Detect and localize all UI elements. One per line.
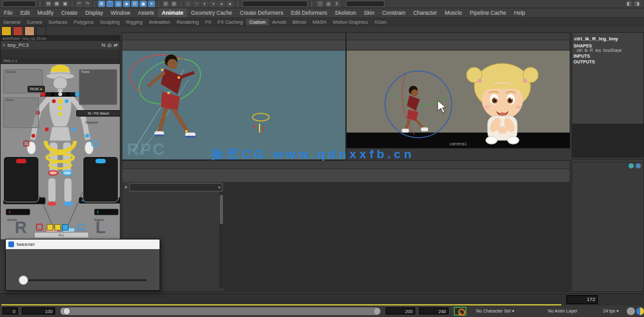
- shelf-grid-red-icon[interactable]: [13, 26, 23, 36]
- shelf-tab-rigging[interactable]: Rigging: [123, 19, 145, 26]
- make-live-icon[interactable]: ◉: [140, 1, 147, 7]
- anim-layer-dropdown[interactable]: No Anim Layer: [546, 307, 604, 315]
- shelf-tab-xgen[interactable]: XGen: [371, 19, 390, 26]
- new-empty-layer-icon[interactable]: [636, 163, 641, 168]
- select-all-bottom-button[interactable]: ALL: [34, 232, 89, 238]
- shelf-tab-rendering[interactable]: Rendering: [174, 19, 202, 26]
- file-save-icon[interactable]: ▣: [62, 1, 69, 7]
- animation-end-field[interactable]: 240: [419, 307, 449, 314]
- shelf-dark-tool-icon[interactable]: [36, 26, 46, 36]
- construction-history-icon[interactable]: ▥: [162, 1, 169, 7]
- new-layer-icon[interactable]: [629, 163, 634, 168]
- shelf-tab-custom[interactable]: Custom: [246, 19, 269, 26]
- menu-muscle[interactable]: Muscle: [441, 8, 466, 17]
- pause-icon[interactable]: ‖: [333, 1, 340, 7]
- menu-assets[interactable]: Assets: [134, 8, 158, 17]
- range-slider-knob[interactable]: [63, 307, 70, 315]
- muted-playback-icon[interactable]: [627, 307, 635, 315]
- inputs-icon[interactable]: ▧: [170, 1, 178, 7]
- render-region-icon[interactable]: ◐: [201, 1, 208, 7]
- picker-quick-keys[interactable]: [47, 224, 69, 231]
- current-time-field[interactable]: 172: [566, 295, 598, 304]
- undo-icon[interactable]: ↶: [76, 1, 83, 7]
- left-small-field[interactable]: 1: [6, 209, 30, 215]
- ipr-render-icon[interactable]: ◔: [193, 1, 200, 7]
- tweener-titlebar[interactable]: tweener: [6, 240, 160, 249]
- snap-grid-icon[interactable]: ⊞: [98, 1, 105, 7]
- viewport-camera[interactable]: camera1: [346, 32, 570, 149]
- left-finger-grid[interactable]: [3, 156, 39, 202]
- graph-editor-plot-area[interactable]: [224, 182, 570, 291]
- shelf-tab-fx[interactable]: FX: [202, 19, 215, 26]
- picker-refresh-icon[interactable]: ◎: [107, 42, 111, 48]
- picker-mirror-icon[interactable]: ⇄: [113, 42, 118, 48]
- right-small-field[interactable]: 1: [94, 209, 119, 215]
- shelf-grid-yellow-icon[interactable]: [1, 26, 12, 36]
- fps-dropdown[interactable]: 24 fps ▾: [601, 307, 629, 315]
- shelf-tab-polygons[interactable]: Polygons: [70, 19, 97, 26]
- snap-projection-icon[interactable]: ◈: [123, 1, 130, 7]
- auto-keyframe-toggle[interactable]: [636, 307, 644, 315]
- playback-end-field[interactable]: 200: [386, 307, 415, 314]
- shelf-tab-fx-caching[interactable]: FX Caching: [215, 19, 246, 26]
- time-slider-ruler[interactable]: [1, 294, 563, 304]
- menu-skeleton[interactable]: Skeleton: [331, 8, 360, 17]
- shape-node-name[interactable]: ctrl_ik_R_leg_boyShape: [572, 48, 643, 53]
- animation-start-field[interactable]: 0: [3, 307, 18, 314]
- render-icon[interactable]: ○: [185, 1, 192, 7]
- shelf-tab-motion-graphics[interactable]: Motion Graphics: [329, 19, 371, 26]
- gpu-cache-dropdown[interactable]: [346, 1, 384, 7]
- hypershade-icon[interactable]: ◕: [218, 1, 225, 7]
- shelf-tab-surfaces[interactable]: Surfaces: [45, 19, 70, 26]
- ikfk-match-button[interactable]: IK / FK Match: [76, 110, 120, 117]
- tweener-slider[interactable]: [19, 279, 147, 281]
- tweener-floating-window[interactable]: tweener: [5, 239, 160, 291]
- right-finger-grid[interactable]: [83, 156, 119, 202]
- menu-create[interactable]: Create: [57, 8, 81, 17]
- render-view-icon[interactable]: ●: [226, 1, 233, 7]
- symmetry-icon[interactable]: ◍: [325, 1, 332, 7]
- menu-skin[interactable]: Skin: [360, 8, 379, 17]
- time-slider[interactable]: 172: [0, 293, 644, 305]
- transform-entry-field[interactable]: [242, 1, 308, 7]
- shelf-tab-animation[interactable]: Animation: [145, 19, 173, 26]
- set-key-icon[interactable]: [454, 307, 466, 316]
- menu-character[interactable]: Character: [409, 8, 441, 17]
- menu-help[interactable]: Help: [510, 8, 529, 17]
- playback-start-field[interactable]: 100: [22, 307, 55, 314]
- shelf-tab-arnold[interactable]: Arnold: [269, 19, 290, 26]
- channel-box-object-name[interactable]: ctrl_ik_R_leg_boy: [572, 35, 643, 42]
- menu-constrain[interactable]: Constrain: [378, 8, 409, 17]
- snap-point-icon[interactable]: ◎: [115, 1, 122, 7]
- graph-search-dropdown[interactable]: ▾: [129, 183, 222, 191]
- shelf-tab-mash[interactable]: MASH: [310, 19, 330, 26]
- filter-icon[interactable]: ▼: [124, 185, 128, 190]
- picker-menu-icon[interactable]: ≡: [3, 42, 6, 48]
- fkik-toggle-chip[interactable]: FK/IK ●: [28, 86, 45, 92]
- menu-set-dropdown[interactable]: [3, 1, 36, 7]
- sculpt-icon[interactable]: ◫: [317, 1, 324, 7]
- range-slider-right-handle[interactable]: [374, 308, 380, 314]
- menu-window[interactable]: Window: [107, 8, 134, 17]
- menu-display[interactable]: Display: [81, 8, 107, 17]
- menu-geometry-cache[interactable]: Geometry Cache: [187, 8, 236, 17]
- range-slider[interactable]: [60, 307, 381, 315]
- menu-animate[interactable]: Animate: [158, 8, 188, 17]
- menu-edit-deformers[interactable]: Edit Deformers: [287, 8, 331, 17]
- menu-file[interactable]: File: [0, 8, 17, 17]
- outliner-scrollbar[interactable]: [219, 192, 224, 288]
- menu-edit[interactable]: Edit: [17, 8, 34, 17]
- redo-icon[interactable]: ↷: [84, 1, 91, 7]
- sidebar-toggle-left-icon[interactable]: ◧: [625, 1, 632, 7]
- file-open-icon[interactable]: ▦: [53, 1, 60, 7]
- snap-center-icon[interactable]: ⌖: [148, 1, 155, 7]
- menu-pipeline-cache[interactable]: Pipeline Cache: [466, 8, 510, 17]
- file-new-icon[interactable]: ▤: [45, 1, 52, 7]
- shelf-tab-sculpting[interactable]: Sculpting: [97, 19, 123, 26]
- tweener-slider-knob[interactable]: [19, 275, 28, 285]
- menu-modify[interactable]: Modify: [33, 8, 57, 17]
- shelf-brush-icon[interactable]: [24, 26, 35, 36]
- render-settings-icon[interactable]: ◑: [210, 1, 217, 7]
- shelf-tab-curves[interactable]: Curves: [24, 19, 45, 26]
- picker-namespace-icon[interactable]: N: [102, 42, 106, 48]
